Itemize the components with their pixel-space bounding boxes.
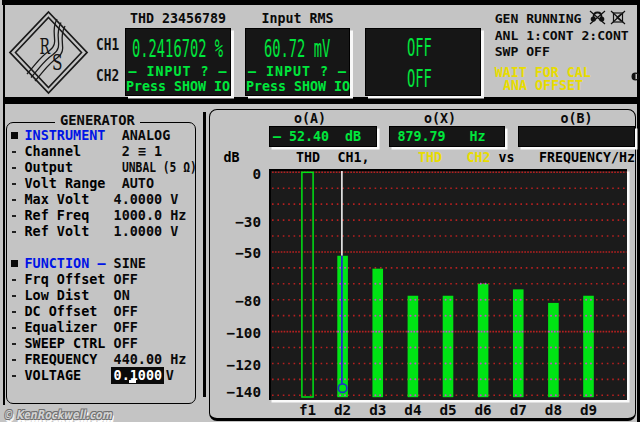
item-bullet-icon <box>12 231 17 233</box>
row-label: Ref Freq <box>25 208 90 223</box>
generator-row-low-dist[interactable]: Low DistON <box>0 288 196 304</box>
row-label: Frq Offset <box>25 272 106 287</box>
generator-row-ref-volt[interactable]: Ref Volt1.0000 V <box>0 224 196 240</box>
thd-line2: – INPUT ? – <box>126 64 230 79</box>
generator-row-voltage[interactable]: VOLTAGE0.1000 V <box>0 368 196 384</box>
generator-row-dc-offset[interactable]: DC OffsetOFF <box>0 304 196 320</box>
y-tick-label: −50 <box>221 245 261 261</box>
generator-row-ref-freq[interactable]: Ref Freq1000.0 Hz <box>0 208 196 224</box>
y-tick-label: −80 <box>221 293 261 309</box>
generator-row-equalizer[interactable]: EqualizerOFF <box>0 320 196 336</box>
rms-value: 60.72 mV <box>264 34 330 63</box>
row-label: FUNCTION <box>25 256 90 271</box>
anl-status: ANL 1:CONT 2:CONT <box>495 28 629 43</box>
thd-line3: Press SHOW IO <box>126 79 230 94</box>
panel-off: OFF OFF <box>365 28 481 96</box>
chart-header-token: FREQUENCY/Hz <box>539 150 635 165</box>
x-tick-label: d7 <box>503 402 533 418</box>
label-dash: — <box>97 256 105 271</box>
svg-text:S: S <box>52 49 63 75</box>
edit-cursor <box>129 380 136 384</box>
readout-a-label: o(A) <box>269 111 351 126</box>
headphones-muted-icon <box>589 10 606 29</box>
item-bullet-icon <box>12 327 17 329</box>
generator-row-function[interactable]: FUNCTION—SINE <box>0 256 196 272</box>
row-value: OFF <box>114 304 138 319</box>
generator-row-instrument[interactable]: INSTRUMENTANALOG <box>0 128 196 144</box>
x-tick-label: d8 <box>538 402 568 418</box>
row-value: ANALOG <box>122 128 171 143</box>
channel-1-label: CH1 <box>96 35 119 54</box>
readout-x-box: 879.79 Hz <box>389 126 505 147</box>
generator-row-channel[interactable]: Channel2 ≡ 1 <box>0 144 196 160</box>
item-bullet-icon <box>12 167 17 169</box>
item-bullet-icon <box>12 343 17 345</box>
row-value: UNBAL (5 Ω) <box>122 160 197 175</box>
item-bullet-icon <box>12 375 17 377</box>
row-value-unit: V <box>158 368 174 383</box>
rms-line3: Press SHOW IO <box>246 79 349 94</box>
x-tick-label: d6 <box>468 402 498 418</box>
readout-b-box <box>518 126 635 147</box>
chart-header-token: vs <box>499 150 515 165</box>
generator-row-volt-range[interactable]: Volt RangeAUTO <box>0 176 196 192</box>
row-value: SINE <box>114 256 146 271</box>
section-bullet-icon <box>11 132 18 139</box>
screen-border-top <box>2 0 640 5</box>
row-value: AUTO <box>122 176 154 191</box>
row-label: Low Dist <box>25 288 90 303</box>
row-value: 1.0000 V <box>114 224 179 239</box>
chart-header-token: THD <box>418 150 442 165</box>
row-value: 440.00 Hz <box>114 352 187 367</box>
y-tick-label: 0 <box>221 166 261 182</box>
item-bullet-icon <box>12 215 17 217</box>
x-tick-label: d2 <box>328 402 358 418</box>
y-tick-label: −140 <box>221 384 261 400</box>
row-value: 4.0000 V <box>114 192 179 207</box>
panel-rms-title: Input RMS <box>245 11 350 26</box>
row-value: ON <box>114 288 130 303</box>
swp-status: SWP OFF <box>495 44 550 59</box>
row-label: SWEEP CTRL <box>25 336 106 351</box>
row-label: Channel <box>25 144 82 159</box>
generator-row-frq-offset[interactable]: Frq OffsetOFF <box>0 272 196 288</box>
section-bullet-icon <box>11 260 18 267</box>
chart-header-token: CH2 <box>466 150 490 165</box>
plot-area <box>269 169 628 400</box>
chart-header-token: CH1, <box>338 150 370 165</box>
y-tick-label: −100 <box>221 325 261 341</box>
watermark: © KenRockwell.com <box>3 407 112 422</box>
ana-offset-warning: ANA OFFSET <box>503 78 583 93</box>
item-bullet-icon <box>12 199 17 201</box>
panel-thd: 0.2416702 % – INPUT ? – Press SHOW IO <box>125 28 231 96</box>
item-bullet-icon <box>12 183 17 185</box>
generator-scrollbar[interactable] <box>203 112 206 397</box>
top-bar-separator <box>5 97 638 104</box>
y-tick-label: −30 <box>221 214 261 230</box>
generator-row-sweep-ctrl[interactable]: SWEEP CTRLOFF <box>0 336 196 352</box>
item-bullet-icon <box>12 295 17 297</box>
panel-thd-title: THD 23456789 <box>125 11 231 26</box>
row-label: Equalizer <box>25 320 98 335</box>
readout-x-value: 879.79 Hz <box>390 127 504 146</box>
generator-row-output[interactable]: OutputUNBAL (5 Ω) <box>0 160 196 176</box>
row-label: DC Offset <box>25 304 98 319</box>
item-bullet-icon <box>12 279 17 281</box>
speaker-muted-icon <box>610 10 626 29</box>
rohde-schwarz-logo-icon: R S <box>8 8 92 98</box>
x-tick-label: d3 <box>363 402 393 418</box>
row-label: Max Volt <box>25 192 90 207</box>
off-value-1: OFF <box>407 33 432 62</box>
generator-row-frequency[interactable]: FREQUENCY440.00 Hz <box>0 352 196 368</box>
gen-status: GEN RUNNING <box>495 11 582 26</box>
row-label: Output <box>25 160 74 175</box>
row-value: 2 ≡ 1 <box>122 144 162 159</box>
item-bullet-icon <box>12 311 17 313</box>
row-value: 1000.0 Hz <box>114 208 187 223</box>
half-circle-icon <box>631 66 640 85</box>
voltage-value-selected[interactable]: 0.1000 <box>114 368 163 383</box>
item-bullet-icon <box>12 151 17 153</box>
y-tick-label: −120 <box>221 357 261 373</box>
generator-row-max-volt[interactable]: Max Volt4.0000 V <box>0 192 196 208</box>
readout-a-box: – 52.40 dB <box>269 126 377 147</box>
